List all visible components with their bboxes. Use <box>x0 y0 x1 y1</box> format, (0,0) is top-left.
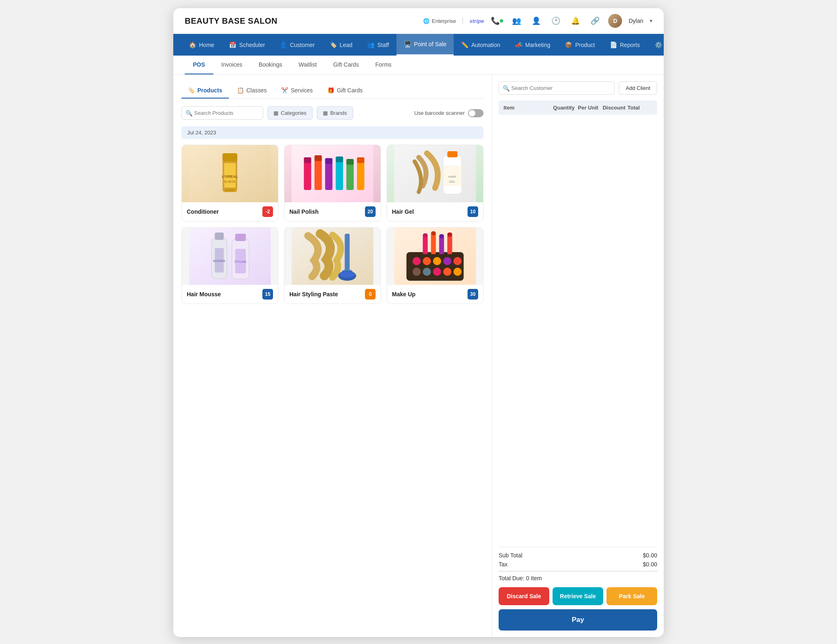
share-icon-btn[interactable]: 🔗 <box>589 14 602 27</box>
nav-item-lead[interactable]: 🏷️ Lead <box>322 35 360 55</box>
svg-rect-60 <box>439 234 444 238</box>
svg-rect-17 <box>347 159 354 165</box>
sale-table-header: Item Quantity Per Unit Discount Total <box>499 101 657 115</box>
sub-nav-giftcards[interactable]: Gift Cards <box>325 56 367 74</box>
svg-rect-16 <box>347 163 354 190</box>
categories-label: Categories <box>281 110 307 116</box>
pos-icon: 🖥️ <box>404 40 412 48</box>
product-card-footer-hairgel: Hair Gel 10 <box>387 202 483 221</box>
product-card-hairstylingpaste[interactable]: Hair Styling Paste 0 <box>284 227 381 304</box>
product-img-conditioner: L'OREAL ELSEVE <box>182 145 278 202</box>
product-card-footer-hairmousse: Hair Mousse 15 <box>182 285 278 304</box>
main-layout: 🏷️ Products 📋 Classes ✂️ Services 🎁 Gift… <box>173 75 664 637</box>
nav-item-home[interactable]: 🏠 Home <box>181 35 222 55</box>
user-name[interactable]: Dylan <box>629 18 643 24</box>
product-card-footer-hairstylingpaste: Hair Styling Paste 0 <box>284 285 380 304</box>
giftcards-tab-label: Gift Cards <box>337 87 363 94</box>
svg-point-45 <box>413 257 421 265</box>
product-card-hairgel[interactable]: HAIR GEL Hair Gel 10 <box>387 145 483 221</box>
customer-icon: 👤 <box>280 41 287 49</box>
phone-icon: 📞 <box>491 16 500 25</box>
group-icon-btn[interactable]: 👥 <box>510 14 523 27</box>
svg-text:MOUSSE: MOUSSE <box>213 259 226 262</box>
svg-text:STYLING: STYLING <box>235 260 247 263</box>
customer-search-input[interactable] <box>499 81 615 95</box>
search-products-input[interactable] <box>181 106 263 120</box>
retrieve-sale-button[interactable]: Retrieve Sale <box>553 587 603 605</box>
nav-item-scheduler[interactable]: 📅 Scheduler <box>222 35 272 55</box>
product-card-conditioner[interactable]: L'OREAL ELSEVE Conditioner -2 <box>181 145 278 221</box>
discard-sale-button[interactable]: Discard Sale <box>499 587 549 605</box>
stripe-badge: stripe <box>470 18 484 24</box>
nav-label-automation: Automation <box>471 42 500 48</box>
svg-point-48 <box>443 257 452 265</box>
pay-button[interactable]: Pay <box>499 609 657 631</box>
svg-rect-2 <box>223 153 237 161</box>
staff-icon: 👥 <box>367 41 375 49</box>
tax-row: Tax $0.00 <box>499 561 657 568</box>
svg-rect-13 <box>325 158 333 164</box>
enterprise-badge: 🌐 Enterprise <box>423 18 456 24</box>
svg-rect-62 <box>448 233 452 237</box>
svg-rect-23 <box>448 151 458 157</box>
product-name-makeup: Make Up <box>392 291 416 297</box>
nav-label-reports: Reports <box>620 42 640 48</box>
bell-icon-btn[interactable]: 🔔 <box>569 14 582 27</box>
nav-item-setup[interactable]: ⚙️ Setup <box>647 35 664 55</box>
total-due-label: Total Due: 0 Item <box>499 575 657 581</box>
nav-item-pos[interactable]: 🖥️ Point of Sale <box>396 34 454 56</box>
barcode-label: Use barcode scanner <box>414 110 465 116</box>
services-tab-icon: ✂️ <box>281 87 288 94</box>
svg-point-50 <box>413 268 421 276</box>
nav-item-customer[interactable]: 👤 Customer <box>272 35 322 55</box>
products-tab-icon: 🏷️ <box>188 87 195 94</box>
clock-icon-btn[interactable]: 🕐 <box>549 14 562 27</box>
product-card-makeup[interactable]: Make Up 30 <box>387 227 483 304</box>
customer-search-icon: 🔍 <box>503 85 510 92</box>
product-badge-hairgel: 10 <box>468 206 478 217</box>
add-client-button[interactable]: Add Client <box>619 81 657 95</box>
avatar[interactable]: D <box>608 14 622 28</box>
product-card-nailpolish[interactable]: Nail Polish 20 <box>284 145 381 221</box>
product-badge-nailpolish: 20 <box>365 206 376 217</box>
brands-button[interactable]: ▦ Brands <box>317 106 353 120</box>
tab-classes[interactable]: 📋 Classes <box>231 83 273 98</box>
customer-search-row: 🔍 Add Client <box>499 81 657 95</box>
product-name-hairgel: Hair Gel <box>392 208 414 215</box>
tab-products[interactable]: 🏷️ Products <box>181 83 229 98</box>
svg-rect-6 <box>225 189 235 191</box>
phone-icon-btn[interactable]: 📞 <box>490 14 504 27</box>
col-perunit: Per Unit <box>578 105 603 111</box>
enterprise-label: Enterprise <box>432 18 456 24</box>
nav-item-staff[interactable]: 👥 Staff <box>360 35 396 55</box>
chevron-down-icon[interactable]: ▾ <box>650 18 652 24</box>
barcode-toggle[interactable] <box>468 109 483 117</box>
action-buttons: Discard Sale Retrieve Sale Park Sale <box>499 587 657 605</box>
services-tab-label: Services <box>291 87 313 94</box>
park-sale-button[interactable]: Park Sale <box>606 587 657 605</box>
tab-services[interactable]: ✂️ Services <box>275 83 319 98</box>
product-badge-hairstylingpaste: 0 <box>365 289 376 300</box>
categories-button[interactable]: ▦ Categories <box>267 106 313 120</box>
sub-nav-bookings[interactable]: Bookings <box>251 56 291 74</box>
svg-rect-57 <box>431 234 436 254</box>
sub-total-label: Sub Total <box>499 552 522 559</box>
sub-nav-pos[interactable]: POS <box>185 56 213 74</box>
brands-label: Brands <box>330 110 347 116</box>
nav-item-marketing[interactable]: 📣 Marketing <box>508 35 557 55</box>
tab-giftcards[interactable]: 🎁 Gift Cards <box>321 83 369 98</box>
sub-nav-forms[interactable]: Forms <box>367 56 400 74</box>
sale-totals: Sub Total $0.00 Tax $0.00 Total Due: 0 I… <box>499 547 657 631</box>
product-card-footer-conditioner: Conditioner -2 <box>182 202 278 221</box>
sub-nav-waitlist[interactable]: Waitlist <box>291 56 325 74</box>
clock-icon: 🕐 <box>551 16 560 25</box>
person-icon-btn[interactable]: 👤 <box>530 14 543 27</box>
product-card-footer-nailpolish: Nail Polish 20 <box>284 202 380 221</box>
nav-item-automation[interactable]: ✏️ Automation <box>454 35 508 55</box>
col-item: Item <box>504 105 553 111</box>
nav-item-reports[interactable]: 📄 Reports <box>602 35 647 55</box>
nav-item-product[interactable]: 📦 Product <box>557 35 602 55</box>
categories-icon: ▦ <box>273 110 278 116</box>
product-card-hairmousse[interactable]: MOUSSE STYLING Hair Mousse 15 <box>181 227 278 304</box>
sub-nav-invoices[interactable]: Invoices <box>213 56 251 74</box>
